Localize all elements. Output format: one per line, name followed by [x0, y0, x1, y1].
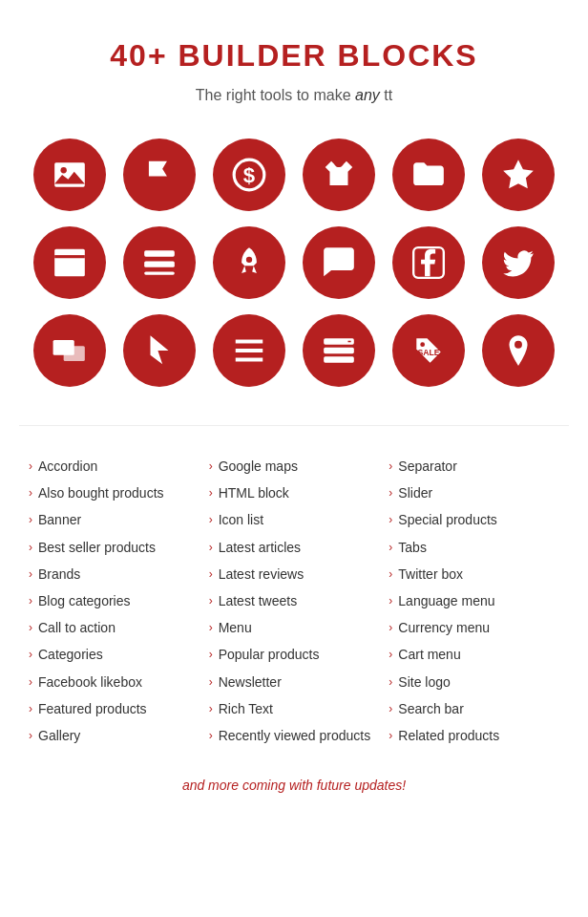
svg-point-23 — [420, 342, 425, 347]
svg-point-1 — [61, 167, 67, 173]
list-item: ›Icon list — [209, 506, 380, 533]
icons-grid: $ — [19, 139, 569, 387]
svg-marker-4 — [503, 160, 534, 188]
list-item: ›HTML block — [209, 480, 380, 506]
list-item: ›Featured products — [29, 695, 200, 722]
features-list: ›Accordion ›Also bought products ›Banner… — [19, 453, 569, 749]
svg-text:$: $ — [243, 163, 256, 187]
comment-icon — [303, 226, 375, 299]
list-item: ›Banner — [29, 506, 200, 533]
shirt-icon — [303, 139, 375, 211]
list-item: ›Twitter box — [388, 561, 559, 587]
location-icon — [482, 314, 555, 387]
svg-rect-15 — [64, 346, 85, 361]
svg-rect-10 — [144, 261, 175, 267]
pointer-icon — [123, 314, 196, 387]
accordion-icon — [303, 314, 375, 387]
sale-tag-icon: SALE — [392, 314, 465, 387]
icons-row-1: $ — [33, 139, 555, 211]
list-item: ›Language menu — [388, 587, 559, 614]
list-item: ›Slider — [388, 480, 559, 506]
list-item: ›Gallery — [29, 722, 200, 749]
gallery-icon — [33, 314, 106, 387]
svg-rect-20 — [324, 348, 354, 353]
svg-rect-9 — [144, 250, 175, 256]
list-item: ›Tabs — [388, 534, 559, 561]
list-item: ›Facebook likebox — [29, 669, 200, 695]
list-item: ›Site logo — [388, 669, 559, 695]
col3: ›Separator ›Slider ›Special products ›Ta… — [388, 453, 559, 749]
list-item: ›Cart menu — [388, 641, 559, 668]
image-icon — [33, 139, 106, 211]
svg-text:SALE: SALE — [417, 348, 439, 357]
browser-icon — [33, 226, 106, 299]
list-item: ›Separator — [388, 453, 559, 480]
list-item: ›Currency menu — [388, 614, 559, 641]
svg-rect-11 — [144, 272, 175, 275]
icons-row-3: SALE — [33, 314, 555, 387]
list-item: ›Brands — [29, 561, 200, 587]
star-icon — [482, 139, 555, 211]
list-item: ›Menu — [209, 614, 380, 641]
list-item: ›Related products — [388, 722, 559, 749]
list-item: ›Rich Text — [209, 695, 380, 722]
page-container: 40+ BUILDER BLOCKS The right tools to ma… — [0, 0, 588, 821]
dollar-icon: $ — [213, 139, 285, 211]
list-item: ›Search bar — [388, 695, 559, 722]
list-item: ›Google maps — [209, 453, 380, 480]
list-item: ›Latest reviews — [209, 561, 380, 587]
list-item: ›Recently viewed products — [209, 722, 380, 749]
list-item: ›Also bought products — [29, 480, 200, 506]
list-item: ›Special products — [388, 506, 559, 533]
list-item: ›Newsletter — [209, 669, 380, 695]
flag-icon — [123, 139, 196, 211]
svg-point-12 — [246, 257, 252, 263]
svg-point-7 — [57, 251, 60, 254]
svg-point-8 — [63, 251, 66, 254]
list-item: ›Blog categories — [29, 587, 200, 614]
list-item: ›Latest articles — [209, 534, 380, 561]
list-item: ›Popular products — [209, 641, 380, 668]
list-item: ›Best seller products — [29, 534, 200, 561]
list-item: ›Call to action — [29, 614, 200, 641]
page-title: 40+ BUILDER BLOCKS — [19, 38, 569, 74]
col1: ›Accordion ›Also bought products ›Banner… — [29, 453, 200, 749]
list-item: ›Accordion — [29, 453, 200, 480]
folder-icon — [392, 139, 465, 211]
footer-note: and more coming with future updates! — [19, 778, 569, 793]
menu-bar-icon — [123, 226, 196, 299]
svg-point-25 — [514, 341, 522, 349]
list-item: ›Latest tweets — [209, 587, 380, 614]
twitter-icon — [482, 226, 555, 299]
col2: ›Google maps ›HTML block ›Icon list ›Lat… — [209, 453, 380, 749]
svg-rect-21 — [324, 356, 354, 362]
page-subtitle: The right tools to make any tt — [19, 87, 569, 104]
list-item: ›Categories — [29, 641, 200, 668]
lines-icon — [213, 314, 285, 387]
facebook-icon — [392, 226, 465, 299]
icons-row-2 — [33, 226, 555, 299]
divider — [19, 425, 569, 426]
rocket-icon — [213, 226, 285, 299]
